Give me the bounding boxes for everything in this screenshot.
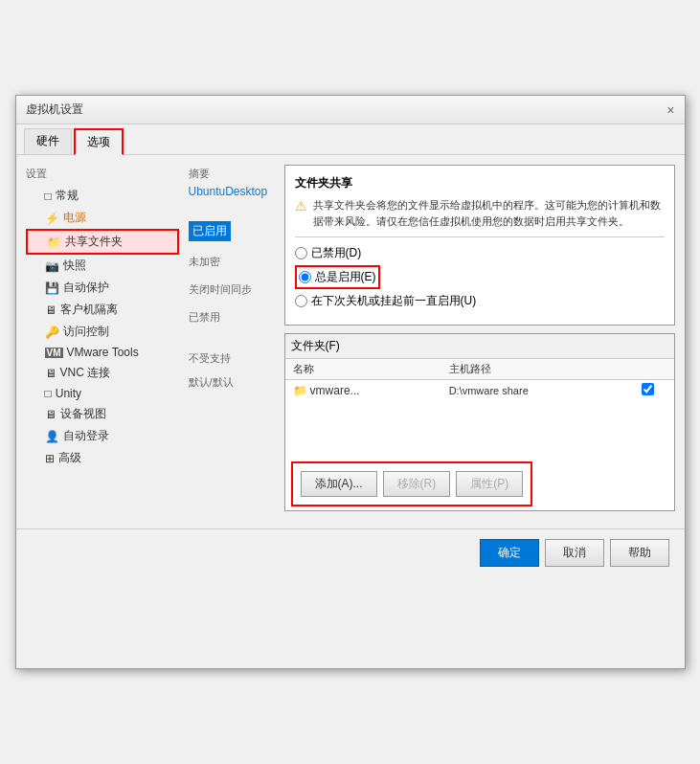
nav-item-power[interactable]: ⚡ 电源	[26, 207, 179, 229]
files-table: 名称 主机路径 📁 vmware... D:\vmware share	[285, 359, 674, 400]
nav-item-snapshots[interactable]: 📷 快照	[26, 255, 179, 277]
add-button-highlight: 添加(A)... 移除(R) 属性(P)	[291, 461, 533, 506]
tab-options[interactable]: 选项	[74, 128, 124, 155]
warning-icon: ⚠	[295, 198, 307, 213]
vnc-icon: 🖥	[45, 367, 56, 380]
power-icon: ⚡	[45, 212, 59, 225]
radio-always-label: 总是启用(E)	[315, 269, 376, 285]
dialog-title: 虚拟机设置	[26, 101, 83, 118]
radio-disabled-label: 已禁用(D)	[311, 245, 362, 261]
confirm-button[interactable]: 确定	[480, 539, 539, 567]
radio-until-label: 在下次关机或挂起前一直启用(U)	[311, 293, 477, 309]
nav-item-unity[interactable]: □ Unity	[26, 384, 179, 403]
warning-row: ⚠ 共享文件夹会将您的文件显示给虚拟机中的程序。这可能为您的计算机和数据带来风险…	[295, 197, 665, 229]
files-table-body: 📁 vmware... D:\vmware share	[285, 380, 674, 401]
nav-item-guest-isolation[interactable]: 🖥 客户机隔离	[26, 299, 179, 321]
folder-share-section: 文件夹共享 ⚠ 共享文件夹会将您的文件显示给虚拟机中的程序。这可能为您的计算机和…	[284, 165, 675, 326]
footer: 确定 取消 帮助	[16, 528, 685, 576]
nav-item-autologin[interactable]: 👤 自动登录	[26, 425, 179, 447]
col-name: 名称	[285, 359, 441, 380]
file-name: 📁 vmware...	[285, 380, 441, 401]
settings-section-label: 设置	[26, 165, 179, 183]
shared-folder-icon: 📁	[47, 236, 61, 249]
cancel-button[interactable]: 取消	[545, 539, 604, 567]
vnc-status: 已禁用	[189, 310, 275, 325]
nav-item-vmware-tools[interactable]: VM VMware Tools	[26, 343, 179, 362]
file-path: D:\vmware share	[441, 380, 621, 401]
summary-panel: 摘要 UbuntuDesktop 已启用 未加密 关闭时间同步 已禁用 不受支持…	[189, 165, 275, 519]
warning-text: 共享文件夹会将您的文件显示给虚拟机中的程序。这可能为您的计算机和数据带来风险。请…	[313, 197, 665, 229]
radio-always-input[interactable]	[299, 271, 311, 283]
radio-always-on: 总是启用(E)	[295, 265, 380, 289]
main-content: 设置 □ 常规 ⚡ 电源 📁 共享文件夹 📷 快照 💾 自动保护	[16, 155, 685, 528]
file-checkbox[interactable]	[642, 383, 654, 395]
divider	[295, 236, 665, 237]
summary-name: UbuntuDesktop	[189, 185, 275, 198]
vmware-tools-sync-status: 关闭时间同步	[189, 282, 275, 297]
snapshots-icon: 📷	[45, 259, 59, 273]
access-control-status: 未加密	[189, 255, 275, 269]
nav-item-autosave[interactable]: 💾 自动保护	[26, 277, 179, 299]
nav-item-access-control[interactable]: 🔑 访问控制	[26, 321, 179, 343]
autosave-icon: 💾	[45, 281, 59, 295]
folder-icon: 📁	[293, 384, 307, 397]
col-path: 主机路径	[441, 359, 621, 380]
general-icon: □	[45, 190, 52, 203]
title-bar: 虚拟机设置 ×	[16, 96, 685, 124]
guest-isolation-icon: 🖥	[45, 303, 56, 317]
summary-label: 摘要	[189, 167, 275, 181]
close-button[interactable]: ×	[666, 102, 674, 118]
vmware-tools-icon: VM	[45, 348, 63, 358]
properties-button[interactable]: 属性(P)	[456, 471, 523, 497]
help-button[interactable]: 帮助	[610, 539, 669, 567]
radio-until-input[interactable]	[295, 295, 307, 307]
folder-share-title: 文件夹共享	[295, 175, 665, 191]
autologin-status: 不受支持	[189, 351, 275, 366]
files-empty-area	[285, 400, 674, 458]
table-row[interactable]: 📁 vmware... D:\vmware share	[285, 380, 674, 401]
nav-item-shared-folders[interactable]: 📁 共享文件夹	[26, 229, 179, 255]
radio-disabled-input[interactable]	[295, 247, 307, 259]
unity-icon: □	[45, 387, 52, 400]
file-enabled[interactable]	[621, 380, 674, 401]
advanced-icon: ⊞	[45, 452, 55, 465]
remove-button[interactable]: 移除(R)	[383, 471, 451, 497]
shared-folder-status: 已启用	[189, 221, 231, 241]
tab-bar: 硬件 选项	[16, 124, 685, 155]
nav-item-vnc[interactable]: 🖥 VNC 连接	[26, 362, 179, 384]
radio-disabled: 已禁用(D)	[295, 245, 665, 261]
button-row: 添加(A)... 移除(R) 属性(P)	[295, 465, 530, 503]
radio-group-sharing: 已禁用(D) 总是启用(E) 在下次关机或挂起前一直启用(U)	[295, 245, 665, 309]
add-button[interactable]: 添加(A)...	[301, 471, 377, 497]
nav-item-general[interactable]: □ 常规	[26, 185, 179, 207]
col-enabled	[621, 359, 674, 380]
access-control-icon: 🔑	[45, 326, 59, 339]
files-section: 文件夹(F) 名称 主机路径 📁 vmware...	[284, 333, 675, 511]
files-title: 文件夹(F)	[285, 334, 674, 359]
right-detail-panel: 文件夹共享 ⚠ 共享文件夹会将您的文件显示给虚拟机中的程序。这可能为您的计算机和…	[284, 165, 675, 519]
device-view-icon: 🖥	[45, 408, 56, 421]
nav-item-device-view[interactable]: 🖥 设备视图	[26, 403, 179, 425]
advanced-status: 默认/默认	[189, 375, 275, 390]
radio-until-shutdown: 在下次关机或挂起前一直启用(U)	[295, 293, 665, 309]
left-nav-panel: 设置 □ 常规 ⚡ 电源 📁 共享文件夹 📷 快照 💾 自动保护	[26, 165, 179, 519]
tab-hardware[interactable]: 硬件	[24, 128, 72, 154]
nav-item-advanced[interactable]: ⊞ 高级	[26, 447, 179, 469]
dialog-window: 虚拟机设置 × 硬件 选项 设置 □ 常规 ⚡ 电源 📁 共享文件夹 📷	[15, 95, 686, 669]
autologin-icon: 👤	[45, 430, 59, 443]
